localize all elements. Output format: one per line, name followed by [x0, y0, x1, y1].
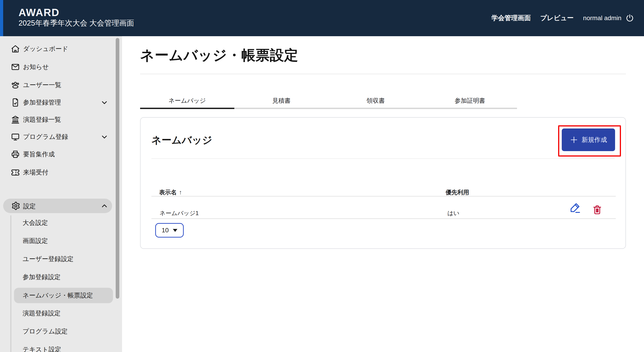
landmark-icon	[11, 115, 20, 124]
main-content: ネームバッジ・帳票設定 ネームバッジ 見積書 領収書 参加証明書 ネームバッジ …	[122, 36, 644, 352]
logo: AWARD	[18, 7, 134, 18]
sidebar-subitem-program-settings[interactable]: プログラム設定	[14, 322, 113, 340]
sidebar-subitem-label: テキスト設定	[22, 345, 61, 352]
plus-icon	[570, 136, 578, 144]
sidebar-subitem-label: ユーザー登録設定	[22, 255, 74, 263]
arrow-up-icon: ↑	[179, 189, 182, 196]
sidebar-subitem-label: 演題登録設定	[22, 309, 60, 318]
tab-active-underline	[140, 108, 234, 109]
table-row-divider	[152, 218, 616, 219]
power-icon[interactable]	[626, 14, 634, 22]
brand-block: AWARD 2025年春季年次大会 大会管理画面	[18, 7, 134, 28]
user-name: normal admin	[583, 15, 622, 22]
cell-display-name: ネームバッジ1	[160, 209, 199, 217]
sidebar-subitem-name-badge-settings[interactable]: ネームバッジ・帳票設定	[14, 288, 113, 303]
chevron-down-icon	[100, 133, 108, 141]
printer-icon	[11, 150, 20, 159]
sidebar-item-label: 参加登録管理	[23, 98, 61, 107]
sidebar-subitem-text-settings[interactable]: テキスト設定	[14, 340, 113, 352]
sidebar-item-label: ダッシュボード	[23, 45, 68, 53]
header-accent-strip	[0, 0, 3, 36]
column-header-label: 優先利用	[446, 189, 469, 196]
sidebar-item-settings[interactable]: 設定	[3, 199, 112, 213]
monitor-icon	[11, 132, 20, 141]
page-title: ネームバッジ・帳票設定	[140, 46, 298, 65]
sidebar-item-news[interactable]: お知らせ	[0, 58, 122, 76]
top-header: AWARD 2025年春季年次大会 大会管理画面 学会管理画面 プレビュー no…	[0, 0, 644, 36]
sidebar-item-label: プログラム登録	[23, 133, 68, 141]
column-header-display-name[interactable]: 表示名 ↑	[159, 189, 182, 196]
caret-down-icon	[173, 229, 178, 232]
column-header-priority-use[interactable]: 優先利用	[446, 189, 469, 196]
preview-link[interactable]: プレビュー	[540, 14, 574, 23]
card-title: ネームバッジ	[152, 133, 212, 147]
tab-bar: ネームバッジ 見積書 領収書 参加証明書	[140, 92, 517, 110]
sidebar-subitem-participation-settings[interactable]: 参加登録設定	[14, 268, 113, 286]
trash-icon	[592, 205, 602, 215]
delete-button[interactable]	[592, 205, 602, 215]
sidebar: ダッシュボード お知らせ ユーザー一覧	[0, 36, 122, 352]
sidebar-item-program-registration[interactable]: プログラム登録	[0, 128, 122, 146]
sidebar-item-abstract-book[interactable]: 要旨集作成	[0, 145, 122, 163]
sidebar-item-dashboard[interactable]: ダッシュボード	[0, 40, 122, 58]
tab-receipt[interactable]: 領収書	[328, 92, 423, 109]
sidebar-item-label: 演題登録一覧	[23, 115, 61, 124]
home-icon	[11, 44, 20, 53]
sidebar-item-abstract-list[interactable]: 演題登録一覧	[0, 111, 122, 129]
settings-indent-line	[10, 215, 11, 352]
tab-label: ネームバッジ	[168, 97, 206, 105]
rows-per-page-value: 10	[162, 227, 168, 234]
sidebar-item-label: 来場受付	[23, 168, 48, 177]
pencil-icon	[569, 201, 581, 214]
header-nav: 学会管理画面 プレビュー normal admin	[492, 0, 634, 36]
ticket-icon	[11, 168, 20, 177]
tab-quotation[interactable]: 見積書	[234, 92, 328, 109]
mail-icon	[11, 62, 20, 72]
chevron-up-icon	[100, 202, 108, 210]
gear-icon	[11, 201, 20, 210]
sidebar-item-label: 設定	[23, 202, 36, 211]
sidebar-subitem-label: 参加登録設定	[22, 273, 60, 281]
create-new-label: 新規作成	[582, 135, 607, 144]
title-divider	[140, 74, 626, 74]
society-admin-link[interactable]: 学会管理画面	[492, 14, 531, 23]
card-header-divider	[152, 158, 614, 159]
users-icon	[11, 81, 20, 90]
file-check-icon	[11, 98, 20, 107]
sidebar-subitem-conference-settings[interactable]: 大会設定	[14, 214, 113, 232]
table-header-divider	[152, 196, 616, 197]
admin-screen: AWARD 2025年春季年次大会 大会管理画面 学会管理画面 プレビュー no…	[0, 0, 644, 352]
sidebar-subitem-user-registration-settings[interactable]: ユーザー登録設定	[14, 250, 113, 268]
tab-name-badge[interactable]: ネームバッジ	[140, 92, 234, 109]
user-menu: normal admin	[583, 14, 634, 22]
edit-button[interactable]	[569, 201, 581, 214]
sidebar-item-participation-registration[interactable]: 参加登録管理	[0, 93, 122, 111]
tab-label: 領収書	[366, 97, 385, 105]
sidebar-subitem-screen-settings[interactable]: 画面設定	[14, 232, 113, 250]
sidebar-subitem-label: 画面設定	[22, 237, 48, 245]
name-badge-card: ネームバッジ 新規作成 表示名 ↑ 優先利用 ネームバッジ1	[140, 117, 626, 249]
sidebar-item-reception[interactable]: 来場受付	[0, 163, 122, 182]
conference-title: 2025年春季年次大会 大会管理画面	[18, 18, 134, 28]
sidebar-subitem-label: ネームバッジ・帳票設定	[22, 291, 93, 300]
tab-certificate[interactable]: 参加証明書	[423, 92, 517, 109]
sidebar-scrollbar[interactable]	[116, 38, 119, 299]
sidebar-subitem-abstract-settings[interactable]: 演題登録設定	[14, 304, 113, 322]
sidebar-item-label: ユーザー一覧	[23, 81, 61, 89]
sidebar-item-label: お知らせ	[23, 63, 49, 71]
chevron-down-icon	[100, 98, 108, 107]
sidebar-item-label: 要旨集作成	[23, 150, 55, 158]
sidebar-subitem-label: プログラム設定	[22, 327, 68, 336]
cell-priority-use: はい	[448, 209, 460, 217]
create-new-button[interactable]: 新規作成	[562, 128, 615, 151]
rows-per-page-select[interactable]: 10	[155, 223, 184, 238]
tab-label: 参加証明書	[455, 97, 485, 105]
tab-label: 見積書	[272, 97, 290, 105]
column-header-label: 表示名	[159, 189, 177, 196]
sidebar-subitem-label: 大会設定	[22, 219, 48, 227]
sidebar-item-user-list[interactable]: ユーザー一覧	[0, 76, 122, 94]
